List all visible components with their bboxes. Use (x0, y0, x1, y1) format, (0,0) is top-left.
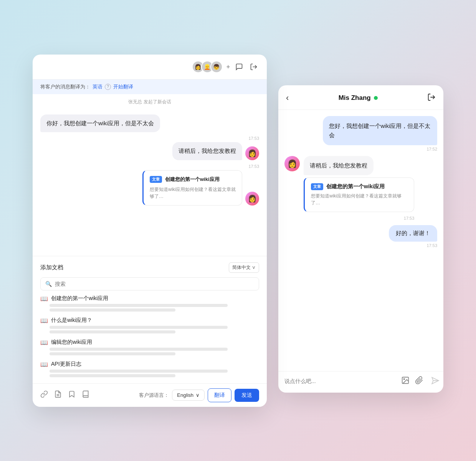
translation-banner: 将客户的消息翻译为： 英语 ? 开始翻译 (33, 80, 267, 94)
mobile-customer-bubble-1: 您好，我想创建一个wiki应用，但是不太会 (323, 116, 438, 145)
note-icon[interactable] (54, 390, 62, 400)
customer-bubble-1: 你好，我想创建一个wiki应用，但是不太会 (40, 114, 160, 133)
doc-line (50, 370, 228, 373)
attachment-icon[interactable] (415, 376, 423, 386)
doc-panel-title: 添加文档 (40, 264, 63, 271)
doc-title-1: 创建您的第一个wiki应用 (51, 295, 108, 302)
article-card[interactable]: 文章 创建您的第一个wiki应用 想要知道wiki应用如何创建？看这篇文章就够了… (142, 170, 242, 206)
doc-line (50, 304, 228, 307)
mobile-agent-msg-1: 👩 请稍后，我给您发教程 文章 创建您的第一个wiki应用 想要知道wiki应用… (284, 156, 414, 221)
article-title: 创建您的第一个wiki应用 (165, 176, 220, 183)
mobile-agent-bubble-1: 请稍后，我给您发教程 (304, 156, 374, 176)
translation-start-link[interactable]: 开始翻译 (113, 83, 133, 90)
agent-time-1: 17:53 (248, 136, 259, 141)
main-container: 👩 👱 👦 + 将客户的消息翻译为： 英语 ? (17, 32, 459, 430)
doc-line (50, 352, 175, 355)
agent-message-1: 17:53 请稍后，我给您发教程 👩 (172, 136, 259, 160)
translation-prefix: 将客户的消息翻译为： (40, 83, 90, 90)
article-card-header: 文章 创建您的第一个wiki应用 (150, 176, 236, 183)
mobile-customer-msg-1: 您好，我想创建一个wiki应用，但是不太会 17:52 (323, 116, 438, 151)
toolbar-icons (40, 390, 89, 400)
agent-time-2: 17:53 (248, 164, 259, 169)
chat-icon[interactable] (234, 61, 245, 72)
add-member-button[interactable]: + (226, 63, 230, 70)
chevron-down-icon: ∨ (196, 392, 200, 398)
avatar-group: 👩 👱 👦 (192, 61, 223, 73)
mobile-customer-time-1: 17:52 (323, 147, 438, 151)
top-bar: 👩 👱 👦 + (33, 55, 267, 80)
translation-help-icon[interactable]: ? (105, 84, 111, 90)
search-icon: 🔍 (45, 281, 52, 287)
doc-item-2[interactable]: 📖 什么是wiki应用？ (40, 317, 259, 333)
send-icon[interactable] (426, 375, 440, 388)
system-message: 张无总 发起了新会话 (33, 94, 267, 110)
doc-item-title-1: 📖 创建您的第一个wiki应用 (40, 295, 259, 302)
mobile-input-icons (401, 376, 437, 386)
language-dropdown[interactable]: English ∨ (172, 390, 205, 401)
translate-button[interactable]: 翻译 (208, 388, 231, 402)
mobile-title-area: Mis Zhang (339, 94, 378, 102)
doc-item-3[interactable]: 📖 编辑您的wiki应用 (40, 339, 259, 355)
mobile-agent-row-1: 👩 请稍后，我给您发教程 (284, 156, 414, 176)
send-button[interactable]: 发送 (235, 389, 259, 402)
exit-icon[interactable] (248, 61, 259, 72)
doc-line (50, 330, 175, 333)
bottom-toolbar: 客户源语言： English ∨ 翻译 发送 (33, 383, 267, 407)
back-button[interactable]: ‹ (286, 93, 289, 103)
mobile-chat-input[interactable] (284, 378, 397, 384)
svg-point-5 (403, 378, 405, 380)
mobile-reply-time: 17:53 (389, 243, 437, 248)
left-panel: 👩 👱 👦 + 将客户的消息翻译为： 英语 ? (33, 55, 267, 407)
search-input[interactable] (55, 281, 254, 287)
avatar-3: 👦 (210, 61, 223, 73)
doc-line (50, 374, 175, 377)
translation-lang-link[interactable]: 英语 (93, 83, 102, 90)
image-icon[interactable] (401, 376, 410, 386)
doc-list: 📖 创建您的第一个wiki应用 📖 什么是wiki应用？ (40, 295, 259, 377)
online-status-dot (374, 96, 378, 100)
doc-item-4[interactable]: 📖 API更新日志 (40, 361, 259, 377)
doc-icon-2: 📖 (40, 317, 48, 324)
bookmark-icon[interactable] (68, 390, 76, 400)
lang-select-dropdown[interactable]: 简体中文 ∨ (229, 262, 259, 273)
mobile-article-title: 创建您的第一个wiki应用 (326, 183, 385, 190)
agent-row-1: 请稍后，我给您发教程 👩 (172, 142, 259, 160)
mobile-article-desc: 想要知道wiki应用如何创建？看这篇文章就够了… (311, 192, 408, 206)
doc-icon-4: 📖 (40, 361, 48, 368)
doc-line (50, 326, 228, 329)
right-panel: ‹ Mis Zhang 您好，我想创建一个wiki应用，但是不太会 17:52 (278, 85, 443, 393)
bottom-right: 客户源语言： English ∨ 翻译 发送 (139, 388, 259, 402)
doc-item-title-4: 📖 API更新日志 (40, 361, 259, 368)
mobile-article-header: 文章 创建您的第一个wiki应用 (311, 183, 408, 190)
agent-message-2: 17:53 文章 创建您的第一个wiki应用 想要知道wiki应用如何创建？看这… (142, 164, 259, 206)
lang-label: 客户源语言： (139, 392, 169, 399)
mobile-input-bar (278, 371, 443, 391)
mobile-article-card[interactable]: 文章 创建您的第一个wiki应用 想要知道wiki应用如何创建？看这篇文章就够了… (304, 177, 414, 212)
doc-title-4: API更新日志 (51, 361, 81, 368)
agent-row-2: 文章 创建您的第一个wiki应用 想要知道wiki应用如何创建？看这篇文章就够了… (142, 170, 259, 206)
doc-lines-4 (40, 370, 259, 377)
doc-item-title-3: 📖 编辑您的wiki应用 (40, 339, 259, 346)
doc-item-title-2: 📖 什么是wiki应用？ (40, 317, 259, 324)
customer-message-1: 你好，我想创建一个wiki应用，但是不太会 (40, 114, 160, 133)
mobile-exit-icon[interactable] (427, 93, 436, 103)
doc-panel: 添加文档 简体中文 ∨ 🔍 📖 创建您的第一个wiki应用 (33, 256, 267, 383)
mobile-article-badge: 文章 (311, 183, 323, 190)
doc-item-1[interactable]: 📖 创建您的第一个wiki应用 (40, 295, 259, 312)
doc-lines-1 (40, 304, 259, 312)
doc-title-2: 什么是wiki应用？ (51, 317, 92, 324)
search-box[interactable]: 🔍 (40, 277, 259, 290)
book-icon[interactable] (82, 390, 89, 400)
doc-icon-3: 📖 (40, 339, 48, 346)
mobile-agent-time: 17:53 (284, 216, 414, 221)
chat-area: 你好，我想创建一个wiki应用，但是不太会 17:53 请稍后，我给您发教程 👩… (33, 110, 267, 256)
mobile-customer-reply-bubble: 好的，谢谢！ (389, 225, 437, 242)
mobile-header: ‹ Mis Zhang (278, 85, 443, 110)
doc-line (50, 348, 228, 351)
agent-bubble-1: 请稍后，我给您发教程 (172, 142, 242, 160)
mobile-title: Mis Zhang (339, 94, 371, 102)
lang-dropdown-value: English (177, 392, 193, 398)
mobile-customer-reply: 好的，谢谢！ 17:53 (389, 225, 437, 248)
link-icon[interactable] (40, 390, 48, 400)
doc-icon-1: 📖 (40, 295, 48, 302)
